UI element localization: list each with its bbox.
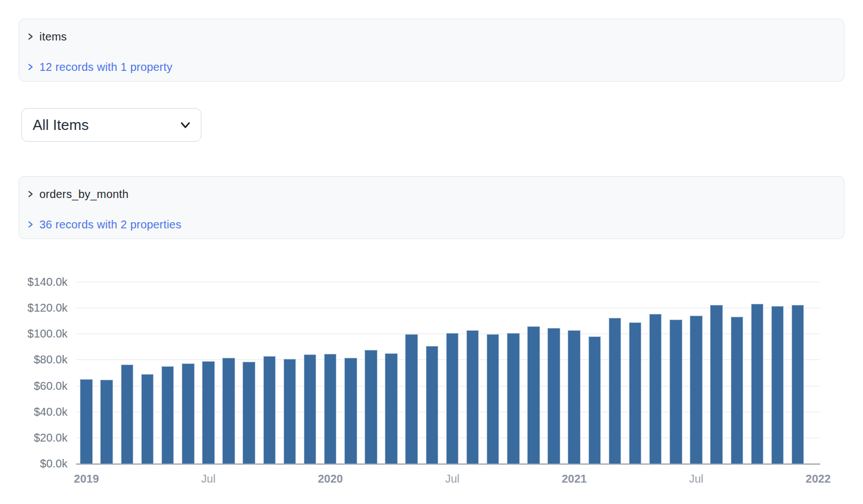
bar-2021-08: [710, 305, 723, 464]
chevron-right-icon: [26, 190, 34, 198]
x-tick-label: Jul: [671, 471, 722, 486]
bar-2020-08: [466, 330, 479, 464]
panel-items: items 12 records with 1 property: [19, 19, 844, 82]
chevron-right-icon: [26, 63, 34, 71]
grid-line: [76, 282, 820, 282]
y-tick-label: $60.0k: [14, 378, 68, 394]
x-tick-label: 2019: [61, 471, 112, 486]
bar-2019-02: [100, 380, 113, 464]
panel-items-title: items: [39, 30, 67, 43]
panel-items-records-link[interactable]: 12 records with 1 property: [39, 61, 172, 74]
bar-2020-10: [507, 333, 520, 464]
bar-2020-11: [527, 326, 540, 464]
page: items 12 records with 1 property All Ite…: [0, 0, 863, 504]
bar-2021-12: [792, 305, 804, 464]
panel-orders-header[interactable]: orders_by_month: [26, 186, 844, 202]
bar-2019-08: [222, 358, 235, 464]
panel-orders-records-link[interactable]: 36 records with 2 properties: [39, 218, 181, 231]
grid-line: [76, 308, 820, 308]
x-tick-label: 2021: [549, 471, 600, 486]
y-tick-label: $120.0k: [14, 300, 68, 316]
orders-by-month-chart: $0.0k$20.0k$40.0k$60.0k$80.0k$100.0k$120…: [0, 262, 863, 498]
y-tick-label: $80.0k: [14, 352, 68, 367]
y-tick-label: $140.0k: [14, 274, 68, 290]
bar-2019-03: [121, 364, 134, 464]
panel-orders-by-month: orders_by_month 36 records with 2 proper…: [19, 176, 844, 239]
x-tick-label: 2020: [305, 471, 356, 486]
bar-2019-10: [263, 356, 276, 464]
panel-items-header[interactable]: items: [26, 29, 844, 44]
y-tick-label: $40.0k: [14, 404, 68, 420]
panel-orders-records-toggle[interactable]: 36 records with 2 properties: [26, 217, 844, 232]
y-tick-label: $20.0k: [14, 430, 68, 446]
bar-2019-06: [182, 363, 195, 464]
bar-2020-03: [365, 350, 377, 464]
y-tick-label: $0.0k: [14, 456, 68, 471]
bar-2021-09: [731, 317, 744, 464]
bar-2020-04: [385, 353, 398, 464]
bar-2020-05: [405, 334, 418, 464]
bar-2021-11: [771, 306, 784, 464]
chevron-right-icon: [26, 220, 34, 228]
bar-2021-05: [649, 314, 662, 464]
panel-orders-title: orders_by_month: [39, 188, 129, 201]
bar-2021-03: [609, 318, 622, 464]
bar-2021-07: [690, 316, 703, 464]
item-filter-dropdown: All Items: [21, 108, 201, 142]
x-tick-label: Jul: [427, 471, 478, 486]
bar-2021-10: [751, 304, 764, 464]
bar-2019-05: [161, 366, 174, 464]
bar-2021-02: [588, 336, 601, 464]
bar-2021-04: [629, 322, 642, 464]
bar-2021-06: [669, 320, 682, 464]
bar-2019-01: [80, 379, 93, 464]
panel-items-records-toggle[interactable]: 12 records with 1 property: [26, 59, 844, 75]
bar-2020-12: [547, 328, 560, 464]
bar-2019-04: [141, 374, 154, 464]
bar-2020-01: [324, 354, 337, 464]
bar-2020-02: [344, 358, 357, 464]
y-tick-label: $100.0k: [14, 326, 68, 341]
bar-2019-09: [242, 362, 255, 464]
item-filter-select[interactable]: All Items: [21, 108, 201, 142]
bar-2020-07: [446, 333, 459, 464]
bar-2020-06: [426, 346, 439, 464]
bar-2019-07: [202, 361, 215, 464]
x-tick-label: Jul: [183, 471, 233, 486]
bar-2020-09: [487, 334, 500, 464]
bar-2019-12: [304, 354, 317, 464]
x-tick-label: 2022: [793, 471, 843, 486]
x-axis-line: [76, 464, 820, 465]
chevron-right-icon: [26, 33, 34, 40]
bar-2019-11: [284, 359, 296, 464]
bar-2021-01: [568, 330, 581, 464]
